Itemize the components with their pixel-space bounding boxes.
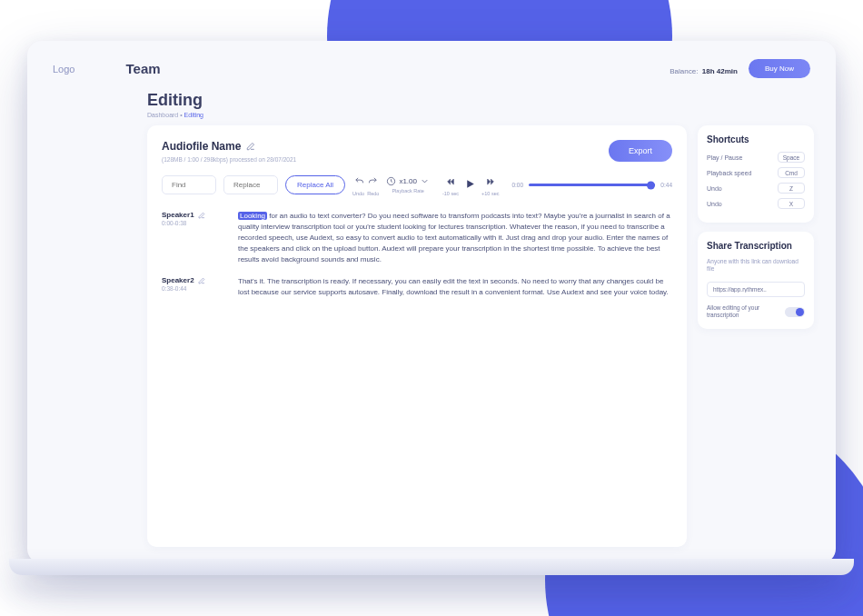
shortcut-label: Playback speed xyxy=(707,170,751,176)
edit-file-name-icon[interactable] xyxy=(246,138,255,154)
playback-rate[interactable]: x1.00 Playback Rate xyxy=(386,176,430,194)
breadcrumb-current: Editing xyxy=(184,112,203,118)
shortcut-key: Cmd xyxy=(778,167,805,178)
allow-editing-toggle[interactable] xyxy=(785,307,805,317)
file-name: Audiofile Name xyxy=(162,140,241,153)
undo-icon[interactable] xyxy=(354,174,364,190)
speaker-name[interactable]: Speaker1 xyxy=(162,211,218,219)
shortcut-key: Space xyxy=(778,152,805,163)
transcript-row: Speaker1 0:00-0:38Looking for an audio t… xyxy=(162,211,672,265)
file-meta: (128MB / 1:00 / 298kbps) processed on 28… xyxy=(162,156,296,163)
speaker-name[interactable]: Speaker2 xyxy=(162,276,218,284)
share-link-input[interactable] xyxy=(707,282,805,297)
page-header: Editing Dashboard • Editing xyxy=(49,91,814,118)
shortcut-label: Undo xyxy=(707,201,722,207)
highlighted-word: Looking xyxy=(238,212,267,220)
balance-label: Balance: 18h 42min xyxy=(670,61,738,77)
time-total: 0:44 xyxy=(660,182,672,188)
breadcrumb: Dashboard • Editing xyxy=(147,112,814,118)
logo: Logo xyxy=(53,64,74,75)
shortcuts-title: Shortcuts xyxy=(707,134,805,144)
transcript-text[interactable]: That's it. The transcription is ready. I… xyxy=(238,276,672,298)
rewind-10-icon[interactable] xyxy=(446,174,455,190)
toolbar: Replace All Undo Redo x1.00 Playback Rat… xyxy=(162,174,672,196)
transcript: Speaker1 0:00-0:38Looking for an audio t… xyxy=(162,211,672,298)
play-icon[interactable] xyxy=(464,177,476,194)
chevron-down-icon xyxy=(420,176,430,186)
shortcut-label: Undo xyxy=(707,185,722,192)
page-title: Editing xyxy=(147,91,814,110)
speaker-time: 0:38-0:44 xyxy=(162,285,218,292)
time-current: 0:00 xyxy=(511,182,523,188)
top-bar: Logo Team Balance: 18h 42min Buy Now xyxy=(49,57,814,91)
seek-thumb[interactable] xyxy=(647,181,655,189)
find-input[interactable] xyxy=(162,175,216,194)
shortcut-row: Play / PauseSpace xyxy=(707,152,805,163)
share-subtitle: Anyone with this link can download file xyxy=(707,258,805,273)
replace-input[interactable] xyxy=(223,175,278,194)
shortcut-row: UndoX xyxy=(707,198,805,209)
share-title: Share Transcription xyxy=(707,241,805,251)
replace-all-button[interactable]: Replace All xyxy=(285,175,345,194)
allow-editing-label: Allow editing of your transcription xyxy=(707,304,779,320)
editor-card: Audiofile Name (128MB / 1:00 / 298kbps) … xyxy=(147,125,687,547)
transcript-text[interactable]: Looking for an audio to text converter? … xyxy=(238,211,672,265)
transcript-row: Speaker2 0:38-0:44That's it. The transcr… xyxy=(162,276,672,298)
shortcuts-card: Shortcuts Play / PauseSpacePlayback spee… xyxy=(698,125,814,223)
shortcut-key: Z xyxy=(778,183,805,194)
seek-bar[interactable]: 0:00 0:44 xyxy=(511,182,672,188)
forward-10-icon[interactable] xyxy=(486,174,495,190)
shortcut-row: Playback speedCmd xyxy=(707,167,805,178)
export-button[interactable]: Export xyxy=(609,140,672,162)
shortcut-key: X xyxy=(778,198,805,209)
breadcrumb-root[interactable]: Dashboard xyxy=(147,112,178,118)
share-card: Share Transcription Anyone with this lin… xyxy=(698,232,814,329)
shortcut-label: Play / Pause xyxy=(707,154,742,161)
speaker-time: 0:00-0:38 xyxy=(162,220,218,226)
redo-icon[interactable] xyxy=(368,174,378,190)
buy-now-button[interactable]: Buy Now xyxy=(749,59,810,78)
app-window: Logo Team Balance: 18h 42min Buy Now Edi… xyxy=(27,41,836,563)
balance-value: 18h 42min xyxy=(702,67,738,75)
team-name: Team xyxy=(125,61,670,76)
shortcut-row: UndoZ xyxy=(707,183,805,194)
